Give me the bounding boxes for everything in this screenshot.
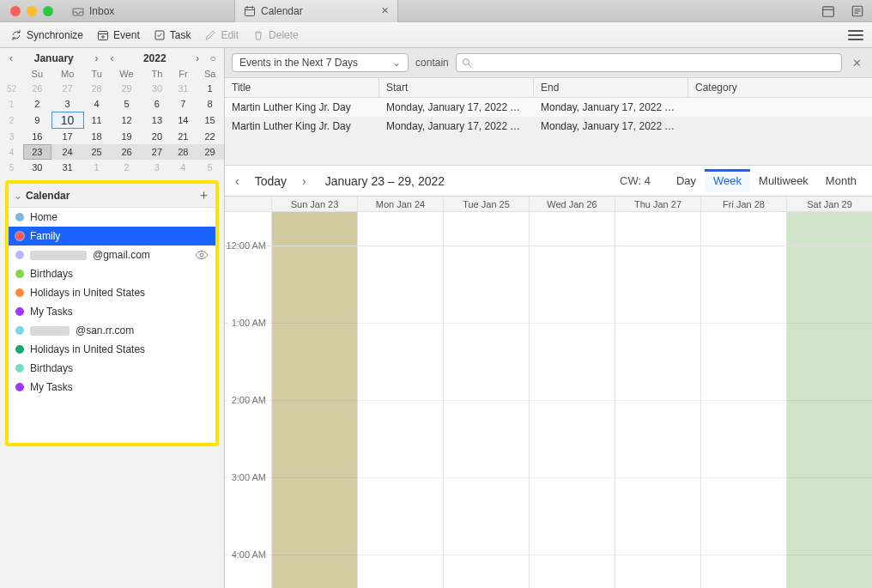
mini-today-button[interactable]: ○ bbox=[205, 52, 221, 64]
hour-cell[interactable] bbox=[530, 401, 615, 478]
hour-cell[interactable] bbox=[530, 324, 615, 401]
mini-day[interactable]: 2 bbox=[23, 96, 51, 112]
calendar-list-item[interactable]: Holidays in United States bbox=[9, 340, 215, 359]
hour-cell[interactable] bbox=[787, 555, 872, 588]
day-column[interactable]: Mon Jan 24 bbox=[358, 197, 444, 588]
hour-cell[interactable] bbox=[444, 555, 529, 588]
mini-prev-month-button[interactable]: ‹ bbox=[3, 52, 19, 64]
tab-close-icon[interactable]: ✕ bbox=[381, 5, 389, 16]
hour-cell[interactable] bbox=[701, 246, 786, 324]
mini-day[interactable]: 26 bbox=[110, 144, 144, 160]
mini-day[interactable]: 25 bbox=[84, 144, 110, 160]
hour-cell[interactable] bbox=[615, 478, 700, 555]
calendar-list-item[interactable]: Birthdays bbox=[9, 264, 215, 283]
mini-day[interactable]: 5 bbox=[110, 96, 144, 112]
today-button[interactable]: Today bbox=[251, 174, 290, 188]
mini-day[interactable]: 3 bbox=[51, 96, 84, 112]
hour-cell[interactable] bbox=[787, 478, 872, 555]
hour-cell[interactable] bbox=[615, 555, 700, 588]
delete-button[interactable]: Delete bbox=[247, 27, 304, 44]
hour-cell[interactable] bbox=[530, 555, 615, 588]
event-row[interactable]: Martin Luther King Jr. DayMonday, Januar… bbox=[225, 98, 872, 117]
hour-cell[interactable] bbox=[787, 401, 872, 478]
search-input[interactable] bbox=[477, 57, 836, 69]
mini-day[interactable]: 30 bbox=[143, 81, 170, 96]
hour-cell[interactable] bbox=[444, 401, 529, 478]
minimize-window-button[interactable] bbox=[27, 6, 37, 16]
new-task-button[interactable]: Task bbox=[148, 27, 197, 44]
synchronize-button[interactable]: Synchronize bbox=[5, 27, 88, 44]
mini-day[interactable]: 4 bbox=[84, 96, 110, 112]
week-grid[interactable]: 12:00 AM1:00 AM2:00 AM3:00 AM4:00 AM Sun… bbox=[225, 197, 872, 588]
hour-cell[interactable] bbox=[272, 324, 357, 401]
mini-day[interactable]: 9 bbox=[23, 112, 51, 129]
hour-cell[interactable] bbox=[701, 478, 786, 555]
hour-cell[interactable] bbox=[530, 246, 615, 324]
prev-period-button[interactable]: ‹ bbox=[232, 174, 243, 188]
allday-cell[interactable] bbox=[358, 212, 443, 246]
hour-cell[interactable] bbox=[444, 246, 529, 324]
new-event-button[interactable]: Event bbox=[92, 27, 145, 44]
allday-cell[interactable] bbox=[787, 212, 872, 246]
hour-cell[interactable] bbox=[530, 478, 615, 555]
mini-day[interactable]: 14 bbox=[171, 112, 197, 129]
allday-cell[interactable] bbox=[701, 212, 786, 246]
search-field[interactable] bbox=[456, 53, 842, 72]
zoom-window-button[interactable] bbox=[43, 6, 53, 16]
mini-day[interactable]: 4 bbox=[171, 160, 197, 175]
hour-cell[interactable] bbox=[358, 401, 443, 478]
mini-day[interactable]: 7 bbox=[171, 96, 197, 112]
calendar-list-item[interactable]: Family bbox=[9, 227, 215, 246]
hour-cell[interactable] bbox=[444, 478, 529, 555]
mini-day[interactable]: 1 bbox=[196, 81, 224, 96]
day-header[interactable]: Wed Jan 26 bbox=[530, 197, 615, 212]
view-tab-day[interactable]: Day bbox=[668, 169, 705, 192]
day-header[interactable]: Mon Jan 24 bbox=[358, 197, 443, 212]
hour-cell[interactable] bbox=[615, 246, 700, 324]
mini-day[interactable]: 24 bbox=[51, 144, 84, 160]
hour-cell[interactable] bbox=[272, 401, 357, 478]
mini-day[interactable]: 6 bbox=[143, 96, 170, 112]
hour-cell[interactable] bbox=[615, 401, 700, 478]
view-tab-week[interactable]: Week bbox=[705, 169, 750, 192]
day-column[interactable]: Sun Jan 23 bbox=[272, 197, 358, 588]
hour-cell[interactable] bbox=[444, 324, 529, 401]
col-title-header[interactable]: Title bbox=[225, 78, 379, 97]
day-header[interactable]: Sat Jan 29 bbox=[787, 197, 872, 212]
mini-day[interactable]: 19 bbox=[110, 129, 144, 144]
mini-day[interactable]: 10 bbox=[51, 112, 84, 129]
allday-cell[interactable] bbox=[444, 212, 529, 246]
hour-cell[interactable] bbox=[272, 555, 357, 588]
hour-cell[interactable] bbox=[701, 324, 786, 401]
titlebar-tasks-icon[interactable] bbox=[850, 3, 865, 19]
hour-cell[interactable] bbox=[358, 555, 443, 588]
eye-icon[interactable] bbox=[195, 250, 209, 260]
hour-cell[interactable] bbox=[358, 478, 443, 555]
hour-cell[interactable] bbox=[787, 324, 872, 401]
col-end-header[interactable]: End bbox=[534, 78, 688, 97]
week-number[interactable]: 52 bbox=[0, 81, 23, 96]
mini-calendar[interactable]: SuMoTuWeThFrSa52262728293031112345678291… bbox=[0, 67, 224, 175]
mini-day[interactable]: 29 bbox=[110, 81, 144, 96]
events-filter-combo[interactable]: Events in the Next 7 Days ⌄ bbox=[232, 53, 409, 72]
next-period-button[interactable]: › bbox=[299, 174, 310, 188]
mini-day[interactable]: 16 bbox=[23, 129, 51, 144]
view-tab-multiweek[interactable]: Multiweek bbox=[750, 169, 817, 192]
day-column[interactable]: Wed Jan 26 bbox=[530, 197, 615, 588]
mini-day[interactable]: 29 bbox=[196, 144, 224, 160]
day-column[interactable]: Sat Jan 29 bbox=[787, 197, 872, 588]
mini-day[interactable]: 2 bbox=[110, 160, 144, 175]
day-header[interactable]: Thu Jan 27 bbox=[615, 197, 700, 212]
calendar-list-item[interactable]: Home bbox=[9, 208, 215, 227]
mini-day[interactable]: 8 bbox=[196, 96, 224, 112]
mini-day[interactable]: 23 bbox=[23, 144, 51, 160]
mini-day[interactable]: 28 bbox=[171, 144, 197, 160]
calendar-list-item[interactable]: My Tasks bbox=[9, 302, 215, 321]
menu-button[interactable] bbox=[848, 27, 863, 43]
mini-day[interactable]: 21 bbox=[171, 129, 197, 144]
calendar-list-item[interactable]: @san.rr.com bbox=[9, 321, 215, 340]
close-window-button[interactable] bbox=[10, 6, 21, 16]
mini-prev-year-button[interactable]: ‹ bbox=[105, 52, 120, 64]
hour-cell[interactable] bbox=[358, 246, 443, 324]
mini-day[interactable]: 27 bbox=[51, 81, 84, 96]
